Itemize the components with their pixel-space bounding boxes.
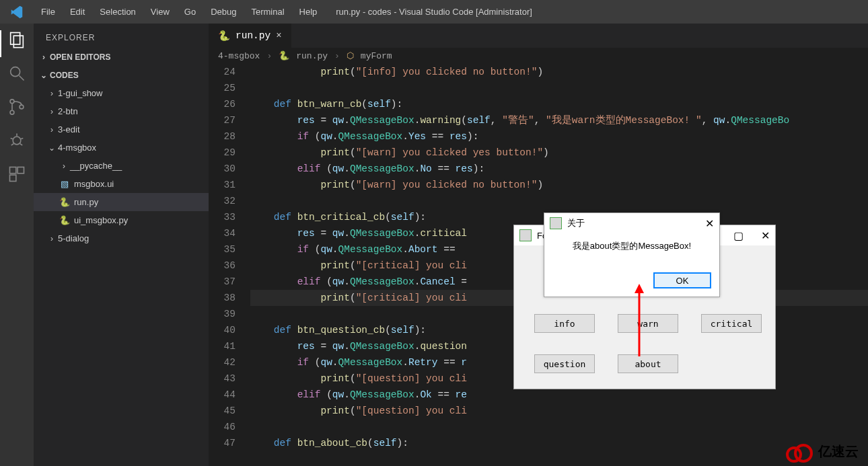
line-number: 47 xyxy=(209,435,236,451)
close-icon[interactable]: ✕ xyxy=(761,229,770,242)
line-number: 44 xyxy=(209,387,236,403)
svg-line-3 xyxy=(20,76,24,81)
question-button[interactable]: question xyxy=(534,354,595,373)
folder-__pycache__[interactable]: ›__pycache__ xyxy=(34,157,209,175)
tab-label: run.py xyxy=(236,30,270,41)
tree-item-label: 5-dialog xyxy=(58,233,89,243)
debug-icon[interactable] xyxy=(7,131,26,150)
chevron-right-icon: › xyxy=(266,51,272,61)
about-message: 我是about类型的MessageBox! xyxy=(544,233,719,252)
tree-item-label: 3-edit xyxy=(58,124,80,134)
watermark: 亿速云 xyxy=(786,442,859,461)
critical-button[interactable]: critical xyxy=(701,314,762,333)
info-button[interactable]: info xyxy=(534,314,595,333)
code-line[interactable]: print("[question] you cli xyxy=(250,403,868,419)
breadcrumbs[interactable]: 4-msgbox › 🐍 run.py › ⬡ myForm xyxy=(209,48,868,65)
menu-go[interactable]: Go xyxy=(177,0,203,24)
code-line[interactable]: def btn_warn_cb(self): xyxy=(250,96,868,112)
explorer-title: EXPLORER xyxy=(34,24,209,48)
svg-line-11 xyxy=(11,144,13,145)
tree-item-label: __pycache__ xyxy=(70,161,122,171)
close-icon[interactable]: ✕ xyxy=(705,217,714,230)
svg-rect-1 xyxy=(13,36,23,47)
active-marker xyxy=(0,30,1,57)
menu-file[interactable]: File xyxy=(34,0,63,24)
line-number: 26 xyxy=(209,96,236,112)
tree-item-label: ui_msgbox.py xyxy=(74,215,128,225)
tree-item-label: run.py xyxy=(74,197,98,207)
line-number: 39 xyxy=(209,306,236,322)
svg-line-12 xyxy=(20,144,22,145)
ok-button[interactable]: OK xyxy=(653,272,711,288)
code-line[interactable]: if (qw.QMessageBox.Yes == res): xyxy=(250,128,868,145)
tab-run-py[interactable]: 🐍 run.py × xyxy=(209,24,292,48)
code-line[interactable]: print("[info] you clicked no button!") xyxy=(250,64,868,80)
extensions-icon[interactable] xyxy=(7,165,26,184)
line-number: 36 xyxy=(209,258,236,274)
chevron-down-icon: ⌄ xyxy=(47,143,57,153)
code-line[interactable]: print("[warn] you clicked yes button!") xyxy=(250,145,868,161)
about-titlebar[interactable]: 关于 ✕ xyxy=(544,213,719,233)
file-ui_msgbox.py[interactable]: 🐍ui_msgbox.py xyxy=(34,211,209,229)
file-run.py[interactable]: 🐍run.py xyxy=(34,193,209,211)
crumb-symbol[interactable]: myForm xyxy=(361,51,392,61)
source-control-icon[interactable] xyxy=(7,98,26,116)
chevron-right-icon: › xyxy=(47,107,57,116)
tree-item-label: 2-btn xyxy=(58,106,78,116)
vscode-logo xyxy=(0,5,34,20)
line-number: 45 xyxy=(209,403,236,419)
code-line[interactable]: def btn_about_cb(self): xyxy=(250,435,868,451)
chevron-right-icon: › xyxy=(47,89,57,98)
line-number: 24 xyxy=(209,64,236,80)
workspace-root[interactable]: ⌄ CODES xyxy=(34,66,209,84)
menu-help[interactable]: Help xyxy=(292,0,325,24)
menu-view[interactable]: View xyxy=(143,0,177,24)
chevron-right-icon: › xyxy=(59,161,69,171)
crumb-folder[interactable]: 4-msgbox xyxy=(218,51,260,61)
code-line[interactable]: res = qw.QMessageBox.warning(self, "警告",… xyxy=(250,112,868,128)
explorer-icon[interactable] xyxy=(7,30,26,49)
menu-terminal[interactable]: Terminal xyxy=(244,0,291,24)
svg-rect-13 xyxy=(10,167,16,173)
maximize-icon[interactable]: ▢ xyxy=(733,229,744,242)
line-number: 46 xyxy=(209,419,236,435)
watermark-logo xyxy=(786,444,814,460)
code-line[interactable] xyxy=(250,193,868,209)
line-number: 40 xyxy=(209,322,236,338)
code-line[interactable] xyxy=(250,80,868,96)
code-line[interactable] xyxy=(250,419,868,435)
about-title: 关于 xyxy=(567,217,585,229)
folder-2-btn[interactable]: ›2-btn xyxy=(34,102,209,120)
code-line[interactable]: print("[warn] you clicked no button!") xyxy=(250,177,868,193)
line-number: 30 xyxy=(209,161,236,177)
crumb-file[interactable]: run.py xyxy=(296,51,328,61)
python-icon: 🐍 xyxy=(59,197,70,208)
about-dialog[interactable]: 关于 ✕ 我是about类型的MessageBox! OK xyxy=(544,212,720,297)
line-number: 25 xyxy=(209,80,236,96)
code-line[interactable]: elif (qw.QMessageBox.No == res): xyxy=(250,161,868,177)
svg-point-4 xyxy=(10,100,14,104)
chevron-right-icon: › xyxy=(334,51,340,61)
file-msgbox.ui[interactable]: ▧msgbox.ui xyxy=(34,175,209,193)
svg-line-10 xyxy=(21,139,24,139)
line-number: 32 xyxy=(209,193,236,209)
svg-line-9 xyxy=(11,139,13,139)
folder-3-edit[interactable]: ›3-edit xyxy=(34,120,209,139)
line-number: 38 xyxy=(209,290,236,306)
svg-point-7 xyxy=(13,137,21,145)
open-editors-section[interactable]: › OPEN EDITORS xyxy=(34,48,209,66)
menu-selection[interactable]: Selection xyxy=(92,0,143,24)
app-icon xyxy=(550,217,562,229)
folder-4-msgbox[interactable]: ⌄4-msgbox xyxy=(34,139,209,157)
search-icon[interactable] xyxy=(7,64,26,83)
close-icon[interactable]: × xyxy=(276,30,281,41)
chevron-right-icon: › xyxy=(47,234,57,243)
folder-1-gui_show[interactable]: ›1-gui_show xyxy=(34,84,209,102)
python-icon: 🐍 xyxy=(59,215,70,226)
watermark-text: 亿速云 xyxy=(818,442,859,461)
svg-rect-15 xyxy=(10,175,16,181)
menu-edit[interactable]: Edit xyxy=(63,0,92,24)
menu-debug[interactable]: Debug xyxy=(203,0,244,24)
activity-bar xyxy=(0,24,34,466)
folder-5-dialog[interactable]: ›5-dialog xyxy=(34,229,209,247)
